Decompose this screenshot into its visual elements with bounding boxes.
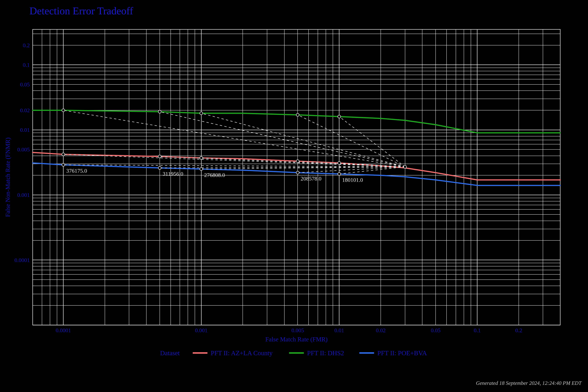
legend-item-label: PFT II: DHS2 [307, 349, 344, 357]
legend-item-label: PFT II: POE+BVA [377, 349, 427, 357]
threshold-point [296, 171, 299, 174]
threshold-point [200, 112, 203, 115]
x-tick-label: 0.0001 [56, 327, 71, 333]
legend-title: Dataset [160, 349, 180, 357]
legend-item-label: PFT II: AZ+LA County [211, 349, 272, 357]
svg-rect-0 [33, 30, 560, 325]
x-tick-label: 0.1 [474, 327, 481, 333]
threshold-point [338, 172, 341, 176]
x-tick-label: 0.05 [431, 327, 440, 333]
threshold-point [62, 163, 65, 166]
threshold-point [338, 162, 341, 164]
y-tick-label: 0.02 [20, 107, 30, 113]
y-axis-label: False Non-Match Rate (FNMR) [4, 138, 11, 217]
threshold-connector [298, 115, 405, 167]
chart-title: Detection Error Tradeoff [30, 5, 133, 17]
threshold-point [296, 160, 299, 163]
y-tick-label: 0.05 [20, 82, 30, 88]
threshold-point [62, 109, 65, 112]
y-tick-label: 0.2 [23, 42, 30, 48]
threshold-point [296, 113, 299, 116]
threshold-connector [63, 154, 405, 167]
threshold-point [158, 155, 161, 158]
threshold-label: 208578.0 [300, 176, 322, 182]
y-tick-label: 0.0001 [14, 257, 30, 263]
series-line [33, 110, 560, 133]
x-tick-label: 0.005 [292, 327, 304, 333]
threshold-point [158, 110, 161, 113]
x-tick-label: 0.01 [334, 327, 344, 333]
threshold-point [200, 156, 203, 160]
threshold-connector [160, 112, 405, 167]
x-tick-label: 0.2 [515, 327, 522, 333]
y-tick-label: 0.001 [17, 192, 30, 198]
threshold-label: 376175.0 [66, 168, 87, 174]
threshold-point [200, 168, 203, 170]
threshold-point [404, 166, 406, 168]
threshold-point [158, 166, 161, 170]
threshold-label: 180101.0 [342, 177, 363, 183]
x-tick-label: 0.02 [376, 327, 386, 333]
y-tick-label: 0.005 [17, 146, 30, 152]
threshold-connector [298, 167, 405, 173]
series-line [33, 163, 560, 186]
threshold-point [338, 115, 341, 118]
threshold-label: 276808.0 [204, 172, 225, 178]
y-tick-label: 0.1 [23, 62, 30, 68]
x-tick-label: 0.001 [195, 327, 208, 333]
generated-timestamp: Generated 18 September 2024, 12:24:40 PM… [476, 380, 582, 386]
det-chart: 0.00010.0010.0050.010.020.050.10.20.0001… [0, 0, 588, 392]
x-axis-label: False Match Rate (FMR) [265, 336, 328, 343]
y-tick-label: 0.01 [20, 127, 30, 133]
threshold-connector [339, 167, 405, 174]
threshold-label: 311956.0 [163, 171, 183, 177]
threshold-point [62, 153, 65, 156]
